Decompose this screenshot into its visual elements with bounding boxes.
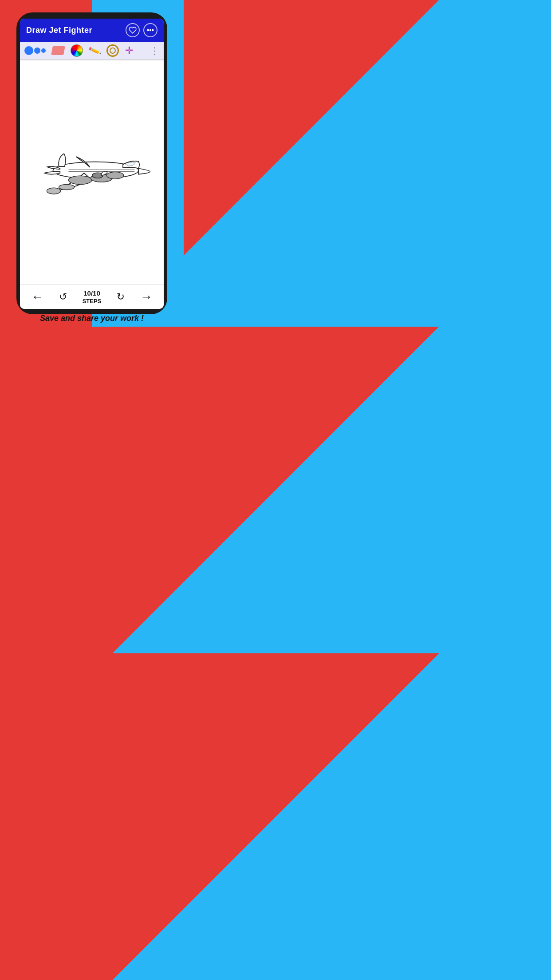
overflow-menu-button[interactable] bbox=[143, 23, 157, 37]
favorite-button[interactable] bbox=[126, 23, 140, 37]
app-container: Draw Jet Fighter bbox=[0, 0, 184, 327]
eraser-tool[interactable] bbox=[51, 46, 65, 55]
step-count: 10/10 bbox=[83, 289, 100, 297]
jet-fighter-drawing bbox=[30, 130, 154, 215]
next-step-button[interactable]: → bbox=[140, 290, 153, 304]
page-title: Draw Jet Fighter bbox=[26, 26, 92, 35]
step-counter-display: 10/10 STEPS bbox=[83, 289, 102, 304]
phone-screen: Draw Jet Fighter bbox=[20, 19, 164, 309]
dot-medium bbox=[34, 47, 40, 54]
brush-size-tool[interactable] bbox=[24, 46, 46, 55]
bottom-banner: Save and share your work ! bbox=[0, 314, 184, 323]
title-actions bbox=[126, 23, 157, 37]
banner-text: Save and share your work ! bbox=[40, 314, 144, 323]
drawing-canvas[interactable] bbox=[20, 60, 164, 285]
svg-point-9 bbox=[59, 185, 75, 190]
dot-large bbox=[24, 46, 33, 55]
steps-label: STEPS bbox=[83, 298, 102, 304]
step-navigation: ← ↺ 10/10 STEPS ↺ → bbox=[20, 285, 164, 309]
title-bar: Draw Jet Fighter bbox=[20, 19, 164, 42]
undo-button[interactable]: ↺ bbox=[117, 291, 125, 303]
move-tool[interactable]: ✛ bbox=[125, 45, 133, 56]
drawing-toolbar: ✏️ ✛ ⋮ bbox=[20, 42, 164, 60]
phone-frame: Draw Jet Fighter bbox=[16, 12, 167, 314]
svg-point-2 bbox=[152, 30, 153, 31]
color-wheel-tool[interactable] bbox=[71, 44, 83, 57]
svg-point-6 bbox=[106, 172, 124, 179]
prev-step-button[interactable]: ← bbox=[31, 290, 43, 304]
heart-icon bbox=[129, 26, 137, 34]
more-horizontal-icon bbox=[146, 26, 154, 34]
pencil-tool[interactable]: ✏️ bbox=[88, 43, 102, 57]
replay-button[interactable]: ↺ bbox=[59, 291, 67, 303]
crop-tool[interactable] bbox=[106, 44, 119, 57]
svg-point-1 bbox=[150, 30, 151, 31]
scan-inner bbox=[110, 47, 116, 54]
svg-point-4 bbox=[69, 176, 92, 184]
svg-point-0 bbox=[147, 30, 149, 31]
more-tools-button[interactable]: ⋮ bbox=[150, 45, 159, 56]
dot-small bbox=[41, 48, 46, 53]
svg-point-8 bbox=[47, 188, 61, 194]
